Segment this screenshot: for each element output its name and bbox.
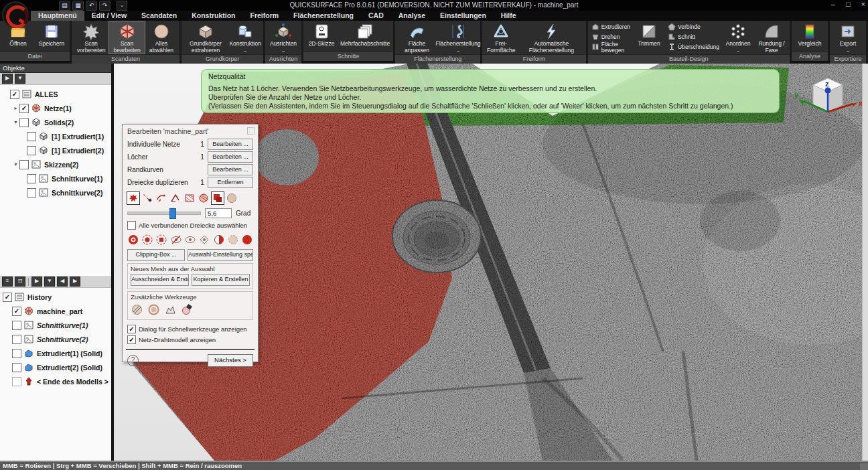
ausrichten-button[interactable]: Ausrichten — [267, 21, 300, 54]
tree-item-netze[interactable]: Netze(1) — [0, 101, 111, 115]
checkbox[interactable] — [12, 349, 21, 358]
automatische-flaechenerstellung-button[interactable]: Automatische Flächenerstellung — [518, 21, 584, 54]
angle-slider[interactable] — [127, 212, 201, 215]
checkbox[interactable] — [12, 321, 21, 330]
checkbox[interactable] — [27, 174, 36, 183]
ueberschneidung-button[interactable]: Überschneidung — [668, 44, 719, 52]
close-button[interactable]: × — [861, 0, 865, 8]
copy-and-create-button[interactable]: Kopieren & Erstellen — [192, 274, 250, 286]
flaeche-bewegen-button[interactable]: Fläche bewegen — [591, 44, 630, 52]
next-button[interactable]: Nächstes > — [208, 354, 253, 367]
checkbox[interactable] — [27, 146, 36, 155]
menu-flaechenerstellung[interactable]: Flächenerstellung — [286, 11, 361, 21]
solid-red-icon[interactable] — [242, 234, 253, 246]
entfernen-button[interactable]: Entfernen — [208, 177, 253, 188]
resize-grip[interactable] — [860, 463, 868, 470]
cut-and-create-button[interactable]: Ausschneiden & Erstellen — [131, 274, 189, 286]
history-item-ende-des-modells[interactable]: < Ende des Modells > — [0, 374, 111, 388]
menu-konstruktion[interactable]: Konstruktion — [184, 11, 242, 21]
expand-caret-icon[interactable] — [12, 105, 19, 111]
mehrfachabschnitte-button[interactable]: Mehrfachabschnitte — [338, 21, 392, 51]
extrudieren-button[interactable]: Extrudieren — [591, 23, 630, 32]
tree-item-skizzen[interactable]: Skizzen(2) — [0, 157, 111, 171]
lasso-select-icon[interactable] — [155, 192, 167, 204]
clipping-box-button[interactable]: Clipping-Box ... — [127, 249, 185, 261]
schnitt-button[interactable]: Schnitt — [668, 33, 719, 42]
verbinde-button[interactable]: Verbinde — [668, 23, 719, 32]
list-view-icon[interactable]: ≡ — [2, 277, 13, 287]
slider-handle[interactable] — [169, 208, 176, 219]
wireframe-checkbox[interactable] — [127, 335, 136, 344]
history-item-machine-part[interactable]: machine_part — [0, 304, 111, 318]
anordnen-button[interactable]: Anordnen — [721, 21, 755, 54]
bearbeiten-loecher-button[interactable]: Bearbeiten ... — [208, 151, 253, 163]
checkbox[interactable] — [27, 132, 36, 141]
tree-view-icon[interactable]: ⊟ — [15, 277, 25, 287]
trimmen-button[interactable]: Trimmen — [632, 21, 666, 54]
smooth-tool-icon[interactable] — [131, 303, 143, 315]
checkbox[interactable] — [12, 307, 21, 316]
checkbox[interactable] — [19, 118, 29, 127]
sphere-brush-icon[interactable] — [226, 192, 238, 204]
help-icon[interactable]: ? — [127, 355, 139, 366]
history-item-extrudiert-1[interactable]: Extrudiert(1) (Solid) — [0, 346, 111, 360]
eraser-tool-icon[interactable] — [181, 303, 193, 315]
filter-icon[interactable]: ▼ — [15, 74, 25, 84]
tree-item-extrudiert-2[interactable]: [1] Extrudiert(2) — [0, 143, 111, 157]
scan-bearbeiten-button[interactable]: Scan bearbeiten — [109, 21, 145, 54]
checkbox[interactable] — [10, 90, 19, 99]
angle-value-input[interactable] — [205, 208, 232, 218]
ghost-selection-icon[interactable] — [227, 234, 238, 246]
grundkoerper-extrahieren-button[interactable]: Grundkörper extrahieren — [183, 21, 228, 54]
bearbeiten-netze-button[interactable]: Bearbeiten ... — [208, 139, 253, 150]
2d-skizze-button[interactable]: 2D-Skizze — [305, 21, 338, 51]
square-brush-icon[interactable] — [212, 192, 224, 204]
brush-select-icon[interactable] — [141, 192, 153, 204]
connected-triangles-checkbox[interactable] — [127, 221, 136, 230]
show-selected-icon[interactable] — [127, 234, 139, 246]
flaeche-anpassen-button[interactable]: Fläche anpassen — [396, 21, 437, 54]
checkbox[interactable] — [12, 377, 21, 386]
save-selection-settings-button[interactable]: Auswahl-Einstellung speichern — [188, 249, 253, 261]
app-logo[interactable] — [2, 1, 29, 28]
menu-edit-view[interactable]: Edit / View — [84, 11, 134, 21]
checkbox[interactable] — [19, 160, 29, 169]
viewport-scrollbar[interactable] — [862, 64, 868, 461]
export-button[interactable]: Export — [831, 21, 865, 54]
invert-visibility-icon[interactable] — [199, 234, 210, 246]
expand-caret-icon[interactable] — [12, 161, 19, 167]
play-history-icon[interactable]: ▶ — [31, 277, 42, 287]
history-item-extrudiert-2[interactable]: Extrudiert(2) (Solid) — [0, 360, 111, 374]
restore-button[interactable]: □ — [846, 0, 851, 8]
checkbox[interactable] — [27, 188, 36, 198]
save-button[interactable]: Speichern — [35, 21, 68, 51]
history-item-schnittkurve-2[interactable]: Schnittkurve(2) — [0, 332, 111, 346]
vergleich-button[interactable]: Vergleich — [793, 21, 826, 51]
fill-hole-tool-icon[interactable] — [147, 303, 159, 315]
hide-selection-icon[interactable] — [170, 234, 182, 246]
menu-freiform[interactable]: Freiform — [243, 11, 287, 21]
step-last-icon[interactable]: ▶ — [70, 277, 80, 287]
menu-einstellungen[interactable]: Einstellungen — [433, 11, 494, 21]
checkbox[interactable] — [12, 335, 21, 344]
polyline-select-icon[interactable] — [169, 192, 182, 204]
tree-item-history[interactable]: History — [0, 290, 111, 304]
expand-caret-icon[interactable] — [12, 119, 19, 125]
menu-analyse[interactable]: Analyse — [391, 11, 433, 21]
checkbox[interactable] — [19, 104, 29, 113]
step-first-icon[interactable]: ◀ — [57, 277, 68, 287]
menu-hilfe[interactable]: Hilfe — [494, 11, 524, 21]
half-visibility-icon[interactable] — [213, 234, 224, 246]
view-cube[interactable]: x y z — [793, 73, 863, 128]
show-all-icon[interactable] — [184, 234, 196, 246]
circle-select-icon[interactable] — [198, 192, 210, 204]
menu-scandaten[interactable]: Scandaten — [134, 11, 184, 21]
rect-region-icon[interactable] — [156, 234, 167, 246]
filter-history-icon[interactable]: ▼ — [44, 277, 55, 287]
show-through-icon[interactable] — [141, 234, 153, 246]
frei-formflaeche-button[interactable]: Frei-Formfläche — [484, 21, 518, 54]
decimate-tool-icon[interactable] — [164, 303, 176, 315]
tree-item-schnittkurve-1[interactable]: Schnittkurve(1) — [0, 171, 111, 185]
tree-item-extrudiert-1[interactable]: [1] Extrudiert(1) — [0, 129, 111, 143]
menu-cad[interactable]: CAD — [361, 11, 391, 21]
